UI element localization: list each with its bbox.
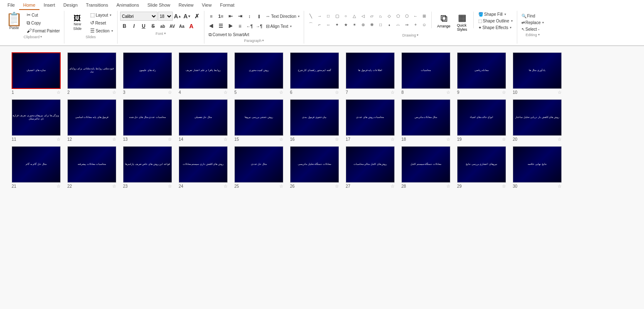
shape-plus[interactable]: + (411, 20, 420, 29)
slide-item-10[interactable]: یادآوری مثال ها10☆ (513, 52, 562, 95)
slide-item-28[interactable]: معادلات دستگاه سیستم کامل28☆ (401, 146, 450, 189)
bullets-button[interactable]: ≡ (207, 12, 216, 21)
shape-connector[interactable]: ⌓ (394, 20, 402, 29)
slide-star-21[interactable]: ☆ (57, 184, 61, 189)
slide-item-27[interactable]: روش های کامل مثالی محاسبات27☆ (346, 146, 395, 189)
tab-format[interactable]: Format (216, 1, 238, 10)
slide-star-25[interactable]: ☆ (279, 184, 283, 189)
slide-item-1[interactable]: سازه های اعشیان1☆ (12, 52, 61, 95)
replace-button[interactable]: ⇄ Replace ▾ (520, 20, 546, 25)
slide-star-14[interactable]: ☆ (224, 137, 228, 142)
shape-parallelogram[interactable]: ▱ (368, 12, 376, 20)
shape-triangle[interactable]: △ (350, 12, 359, 20)
shape-bend[interactable]: ⌐ (315, 20, 324, 29)
justify-button[interactable]: ≡ (236, 22, 245, 31)
slide-item-23[interactable]: قواعد این روش های خاص تعریف پارامترها23☆ (123, 146, 172, 189)
shape-diamond[interactable]: ◇ (385, 12, 393, 20)
numbering-button[interactable]: 1≡ (216, 12, 226, 21)
slide-item-21[interactable]: مثال حل گام به گام21☆ (12, 146, 61, 189)
shape-trapezoid[interactable]: ⏢ (376, 12, 385, 20)
align-right-button[interactable]: ⫸ (226, 22, 235, 31)
shape-line[interactable]: ╲ (307, 12, 315, 20)
shape-arrow-left[interactable]: ← (411, 12, 420, 20)
shape-outline-button[interactable]: ⬚ Shape Outline ▾ (477, 18, 514, 24)
slide-star-19[interactable]: ☆ (502, 137, 506, 142)
change-case-button[interactable]: Aa (177, 22, 187, 31)
shape-flowchart[interactable]: ⬧ (385, 20, 393, 29)
slide-item-9[interactable]: معادله ریاضی9☆ (457, 52, 506, 95)
underline-button[interactable]: U (139, 22, 148, 31)
slide-item-18[interactable]: مثال معادلات ماتریس18☆ (401, 99, 450, 142)
italic-button[interactable]: I (130, 22, 139, 31)
decrease-font-button[interactable]: A▼ (183, 12, 192, 21)
slide-item-17[interactable]: محاسبات روش های عددی17☆ (346, 99, 395, 142)
font-spacing-button[interactable]: AV (168, 22, 177, 31)
clipboard-expand-icon[interactable]: ▾ (40, 35, 42, 39)
increase-indent-button[interactable]: ⇥ (236, 12, 245, 21)
shape-rounded-rect[interactable]: ▢ (333, 12, 341, 20)
slide-item-6[interactable]: گفته ایم محور راهنمای کار شرح6☆ (290, 52, 339, 95)
slide-star-3[interactable]: ☆ (168, 90, 172, 95)
shape-smiley[interactable]: ☺ (420, 20, 428, 29)
slide-star-11[interactable]: ☆ (57, 137, 61, 142)
slide-star-1[interactable]: ☆ (57, 90, 61, 95)
slide-item-7[interactable]: اطلاعات پایه فرمول ها7☆ (346, 52, 395, 95)
shape-expand[interactable]: ⊞ (420, 12, 428, 20)
slide-item-14[interactable]: مثال حل تفصیلی14☆ (179, 99, 228, 142)
align-text-button[interactable]: ⊟ Align Text ▾ (264, 23, 293, 29)
font-expand-icon[interactable]: ▾ (164, 32, 166, 35)
font-family-select[interactable]: CalibriArialTimes New Roman (120, 12, 157, 21)
slide-star-18[interactable]: ☆ (446, 137, 450, 142)
shape-dbl-arrow[interactable]: ↔ (324, 20, 332, 29)
rtl-button[interactable]: ←¶ (245, 22, 254, 31)
paragraph-expand-icon[interactable]: ▾ (262, 39, 264, 42)
slide-star-9[interactable]: ☆ (502, 90, 506, 95)
slide-star-20[interactable]: ☆ (558, 137, 562, 142)
shape-star6[interactable]: ✶ (350, 20, 359, 29)
tab-view[interactable]: View (198, 1, 216, 10)
reset-button[interactable]: ↺ Reset (88, 20, 114, 26)
editing-expand-icon[interactable]: ▾ (538, 33, 540, 37)
select-button[interactable]: ↖ Select - (520, 27, 546, 32)
slide-star-10[interactable]: ☆ (558, 90, 562, 95)
slide-star-30[interactable]: ☆ (558, 184, 562, 189)
slide-item-2[interactable]: قیود مثلثی روابط پایه مثلثاتی برای زوایا… (67, 52, 116, 95)
ltr-button[interactable]: →¶ (255, 22, 264, 31)
shape-pentagon[interactable]: ⬠ (394, 12, 402, 20)
slide-item-4[interactable]: روابط پافرا بر علم اعشار تعریف4☆ (179, 52, 228, 95)
slide-item-20[interactable]: روش های کاهش بار دریایی تحلیل ساختار20☆ (513, 99, 562, 142)
shape-burst2[interactable]: ❋ (368, 20, 376, 29)
slide-star-24[interactable]: ☆ (224, 184, 228, 189)
tab-home[interactable]: Home (19, 1, 39, 10)
copy-button[interactable]: ⧉ Copy (25, 20, 61, 26)
slide-item-25[interactable]: مثال حل عددی25☆ (234, 146, 283, 189)
slide-star-28[interactable]: ☆ (446, 184, 450, 189)
text-direction-button[interactable]: ↔ Text Direction ▾ (264, 13, 302, 19)
slide-item-13[interactable]: محاسبات عددی مثال های حل شده13☆ (123, 99, 172, 142)
shape-block-arrow[interactable]: ⇒ (403, 20, 411, 29)
shape-callout[interactable]: □ (376, 20, 385, 29)
shape-star4[interactable]: ✦ (333, 20, 341, 29)
slide-star-23[interactable]: ☆ (168, 184, 172, 189)
slide-star-13[interactable]: ☆ (168, 137, 172, 142)
shape-effects-button[interactable]: ✦ Shape Effects ▾ (477, 25, 514, 30)
align-center-button[interactable]: ☰ (216, 22, 226, 31)
tab-design[interactable]: Design (59, 1, 82, 10)
strikethrough-button[interactable]: S (149, 22, 158, 31)
shape-burst1[interactable]: ⊛ (359, 20, 367, 29)
new-slide-button[interactable]: 🖼 New Slide (67, 12, 88, 34)
shape-curve[interactable]: ⌒ (307, 20, 315, 29)
slide-star-8[interactable]: ☆ (446, 90, 450, 95)
drawing-expand-icon[interactable]: ▾ (417, 33, 418, 37)
slide-star-4[interactable]: ☆ (224, 90, 228, 95)
slide-star-17[interactable]: ☆ (391, 137, 395, 142)
font-size-select[interactable]: 18121416 (158, 12, 173, 21)
slide-item-24[interactable]: روش های کاهش داری سیستم معادلات24☆ (179, 146, 228, 189)
slide-item-19[interactable]: انواع حالت های اشیاء19☆ (457, 99, 506, 142)
slide-star-12[interactable]: ☆ (112, 137, 116, 142)
tab-slideshow[interactable]: Slide Show (143, 1, 175, 10)
quick-styles-button[interactable]: ▦ QuickStyles (454, 12, 470, 32)
shape-fill-button[interactable]: 🪣 Shape Fill ▾ (477, 12, 514, 17)
shape-oval[interactable]: ○ (342, 12, 350, 20)
find-button[interactable]: 🔍 Find (520, 13, 546, 19)
